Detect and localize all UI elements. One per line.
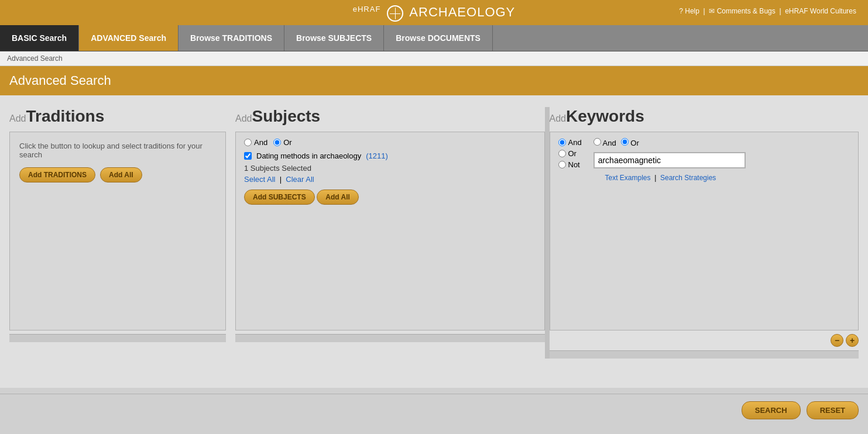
subjects-radio-or[interactable]: [273, 139, 281, 146]
keywords-right-and[interactable]: [593, 138, 601, 146]
nav-item-basic-search[interactable]: BASIC Search: [0, 25, 79, 51]
traditions-main-label: Traditions: [26, 107, 104, 125]
keywords-left-and[interactable]: [558, 139, 566, 146]
breadcrumb: Advanced Search: [0, 51, 868, 66]
keywords-left-not-label[interactable]: Not: [558, 160, 582, 169]
logo-text: eHRAF ARCHAEOLOGY: [353, 5, 516, 19]
comments-link[interactable]: Comments & Bugs: [717, 7, 776, 15]
page-title: Advanced Search: [0, 66, 868, 95]
keywords-right-radio-row: And Or: [593, 138, 746, 147]
subjects-add-all-button[interactable]: Add All: [317, 190, 359, 205]
nav-item-advanced-search[interactable]: ADVANCED Search: [79, 25, 179, 51]
subjects-column: AddSubjects And Or Dating: [235, 107, 545, 342]
keywords-column: AddKeywords And Or: [550, 107, 859, 359]
keywords-links: Text Examples | Search Strategies: [605, 174, 850, 182]
search-strategies-link[interactable]: Search Strategies: [660, 174, 716, 182]
keyword-input[interactable]: [593, 152, 746, 168]
keywords-left-not[interactable]: [558, 161, 566, 168]
subjects-radio-and-label[interactable]: And: [244, 138, 267, 147]
keywords-right-radios: And Or: [593, 138, 746, 168]
keywords-right-and-label[interactable]: And: [593, 138, 616, 147]
globe-icon: [387, 5, 403, 22]
min-plus-row: − +: [550, 334, 859, 347]
column-divider: [545, 107, 550, 359]
keywords-panel: And Or Not: [550, 132, 859, 330]
search-button[interactable]: SEARCH: [742, 401, 801, 419]
keywords-add-label: Add: [550, 113, 566, 123]
traditions-panel: Click the button to lookup and select tr…: [9, 132, 226, 330]
nav: BASIC Search ADVANCED Search Browse TRAD…: [0, 25, 868, 51]
keywords-left-or[interactable]: [558, 150, 566, 157]
subject-count-link[interactable]: (1211): [366, 151, 388, 160]
subjects-links: Select All | Clear All: [244, 175, 536, 184]
add-subjects-button[interactable]: Add SUBJECTS: [244, 190, 315, 205]
subject-checkbox[interactable]: [244, 152, 252, 160]
help-links: ? Help | ✉ Comments & Bugs | eHRAF World…: [679, 7, 856, 15]
subjects-btn-row: Add SUBJECTS Add All: [244, 190, 536, 205]
nav-item-browse-documents[interactable]: Browse DOCUMENTS: [384, 25, 493, 51]
subjects-radio-or-label[interactable]: Or: [273, 138, 291, 147]
keywords-right-or-label[interactable]: Or: [621, 138, 639, 147]
help-link[interactable]: ? Help: [679, 7, 699, 15]
search-columns: AddTraditions Click the button to lookup…: [9, 107, 859, 359]
select-all-link[interactable]: Select All: [244, 175, 275, 184]
reset-button[interactable]: RESET: [807, 401, 859, 419]
traditions-add-all-button[interactable]: Add All: [100, 167, 142, 182]
keywords-controls: And Or Not: [558, 138, 850, 169]
subjects-radio-and[interactable]: [244, 139, 252, 146]
remove-keyword-button[interactable]: −: [831, 334, 843, 347]
traditions-heading: AddTraditions: [9, 107, 226, 126]
nav-item-browse-traditions[interactable]: Browse TRADITIONS: [179, 25, 284, 51]
subjects-add-label: Add: [235, 113, 252, 123]
traditions-description: Click the button to lookup and select tr…: [19, 142, 216, 159]
text-examples-link[interactable]: Text Examples: [605, 174, 651, 182]
keywords-scroll[interactable]: [550, 350, 859, 359]
subjects-heading: AddSubjects: [235, 107, 545, 126]
traditions-column: AddTraditions Click the button to lookup…: [9, 107, 226, 342]
cultures-link[interactable]: eHRAF World Cultures: [785, 7, 856, 15]
main-content: AddTraditions Click the button to lookup…: [0, 95, 868, 388]
keywords-heading: AddKeywords: [550, 107, 859, 126]
subject-label: Dating methods in archaeology: [256, 151, 361, 160]
traditions-add-label: Add: [9, 113, 26, 123]
subjects-count: 1 Subjects Selected: [244, 164, 536, 173]
traditions-btn-row: Add TRADITIONS Add All: [19, 167, 216, 182]
subjects-scroll[interactable]: [235, 334, 545, 342]
keywords-left-radios: And Or Not: [558, 138, 582, 169]
subjects-panel: And Or Dating methods in archaeology (12…: [235, 132, 545, 330]
add-keyword-button[interactable]: +: [846, 334, 859, 347]
clear-all-link[interactable]: Clear All: [286, 175, 314, 184]
keywords-left-and-label[interactable]: And: [558, 138, 582, 147]
subject-item: Dating methods in archaeology (1211): [244, 151, 536, 160]
keywords-right-or[interactable]: [621, 138, 629, 146]
add-traditions-button[interactable]: Add TRADITIONS: [19, 167, 95, 182]
traditions-scroll[interactable]: [9, 334, 226, 342]
subjects-radio-row: And Or: [244, 138, 536, 147]
top-bar: eHRAF ARCHAEOLOGY ? Help | ✉ Comments & …: [0, 0, 868, 25]
keywords-main-label: Keywords: [566, 107, 644, 125]
keywords-left-or-label[interactable]: Or: [558, 149, 582, 158]
subjects-main-label: Subjects: [252, 107, 320, 125]
email-icon: ✉: [709, 7, 715, 15]
bottom-bar: SEARCH RESET: [0, 394, 868, 426]
nav-item-browse-subjects[interactable]: Browse SUBJECTS: [284, 25, 384, 51]
